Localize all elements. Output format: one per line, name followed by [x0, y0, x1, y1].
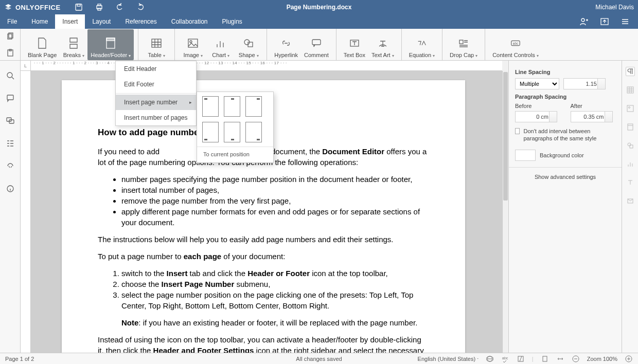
- spellcheck-icon[interactable]: abc: [501, 355, 509, 363]
- ruler-corner: L: [21, 61, 31, 71]
- vertical-ruler[interactable]: [21, 71, 31, 353]
- svg-rect-21: [511, 41, 520, 45]
- content-controls-button[interactable]: abc Content Controls▾: [489, 29, 542, 60]
- dd-separator: [116, 93, 196, 94]
- paste-icon[interactable]: [5, 47, 16, 59]
- no-interval-checkbox[interactable]: Don't add interval between paragraphs of…: [515, 128, 615, 142]
- save-icon[interactable]: [73, 2, 84, 13]
- tab-table[interactable]: [626, 85, 635, 95]
- navigation-icon[interactable]: [5, 138, 16, 149]
- menu-plugins[interactable]: Plugins: [215, 14, 250, 29]
- dd-edit-header[interactable]: Edit Header: [116, 61, 196, 77]
- hyperlink-button[interactable]: Hyperlink: [271, 29, 301, 60]
- svg-point-15: [190, 41, 192, 43]
- svg-rect-0: [76, 4, 82, 10]
- breaks-button[interactable]: Breaks▾: [60, 29, 87, 60]
- svg-point-35: [487, 356, 492, 361]
- background-color-swatch[interactable]: [515, 150, 536, 161]
- print-icon[interactable]: [94, 2, 105, 13]
- track-changes-icon[interactable]: [517, 355, 525, 363]
- dd-insert-page-number[interactable]: Insert page number▸: [116, 95, 196, 110]
- zoom-level[interactable]: Zoom 100%: [587, 356, 617, 362]
- tab-mail-merge[interactable]: [626, 196, 635, 206]
- fit-width-icon[interactable]: [556, 355, 564, 363]
- tab-header-footer[interactable]: [626, 122, 635, 132]
- preset-current-position[interactable]: To current position: [202, 150, 268, 159]
- equation-button[interactable]: Equation▾: [406, 29, 438, 60]
- tab-image[interactable]: [626, 104, 635, 113]
- menu-file[interactable]: File: [0, 14, 24, 29]
- comment-icon: [311, 38, 322, 49]
- svg-point-40: [626, 356, 632, 362]
- tab-paragraph[interactable]: [626, 67, 635, 76]
- doc-numbered-list: switch to the Insert tab and click the H…: [121, 268, 429, 311]
- menu-collaboration[interactable]: Collaboration: [164, 14, 215, 29]
- comments-panel-icon[interactable]: [5, 93, 16, 104]
- scrollbar-thumb[interactable]: [503, 72, 508, 201]
- redo-icon[interactable]: [135, 2, 146, 13]
- doc-note: Note: if you have an existing header or …: [121, 317, 429, 328]
- open-location-icon[interactable]: [599, 16, 610, 27]
- app-name: ONLYOFFICE: [15, 4, 61, 11]
- menu-layout[interactable]: Layout: [85, 14, 118, 29]
- drop-cap-icon: [458, 38, 469, 49]
- shape-button[interactable]: Shape▾: [235, 29, 262, 60]
- zoom-out-button[interactable]: [572, 355, 580, 363]
- preset-bottom-right[interactable]: [245, 122, 262, 142]
- right-tab-strip: [622, 61, 638, 353]
- dd-edit-footer[interactable]: Edit Footer: [116, 77, 196, 92]
- document-language[interactable]: English (United States) ˆ: [418, 356, 478, 362]
- preset-top-center[interactable]: [224, 96, 240, 117]
- search-icon[interactable]: [5, 70, 16, 81]
- svg-rect-20: [459, 40, 463, 44]
- header-footer-icon: [105, 38, 116, 49]
- menu-home[interactable]: Home: [24, 14, 55, 29]
- comment-button[interactable]: Comment: [301, 29, 332, 60]
- fit-page-icon[interactable]: [541, 355, 549, 363]
- line-spacing-mode-select[interactable]: Multiple: [515, 78, 559, 89]
- user-name[interactable]: Michael Davis: [595, 4, 634, 11]
- text-art-button[interactable]: Text Art▾: [368, 29, 397, 60]
- doc-para-4: Instead of using the icon on the top too…: [98, 334, 429, 353]
- main-area: L · · · 1 · · · 2 · · · · · · 1 · · · 2 …: [0, 61, 638, 353]
- preset-bottom-center[interactable]: [224, 122, 240, 142]
- set-language-icon[interactable]: [486, 355, 494, 363]
- preset-bottom-left[interactable]: [202, 122, 219, 142]
- preset-top-right[interactable]: [245, 96, 262, 117]
- content-controls-icon: abc: [510, 38, 521, 49]
- table-button[interactable]: Table▾: [143, 29, 170, 60]
- vertical-scrollbar[interactable]: [502, 71, 508, 353]
- table-icon: [151, 38, 162, 49]
- image-button[interactable]: Image▾: [179, 29, 207, 60]
- horizontal-ruler[interactable]: · · · 1 · · · 2 · · · · · · 1 · · · 2 · …: [31, 61, 502, 71]
- feedback-icon[interactable]: [5, 160, 16, 172]
- preset-top-left[interactable]: [202, 96, 219, 117]
- tab-text-art[interactable]: [626, 178, 635, 187]
- dd-insert-number-of-pages[interactable]: Insert number of pages: [116, 110, 196, 125]
- spacing-after-input[interactable]: 0.35 cm: [571, 111, 613, 122]
- blank-page-button[interactable]: Blank Page: [25, 29, 60, 60]
- chart-button[interactable]: Chart▾: [207, 29, 235, 60]
- chat-icon[interactable]: [5, 115, 16, 126]
- drop-cap-button[interactable]: Drop Cap▾: [447, 29, 481, 60]
- hamburger-icon[interactable]: [619, 16, 631, 27]
- add-user-icon[interactable]: [578, 16, 590, 27]
- zoom-in-button[interactable]: [625, 355, 633, 363]
- svg-rect-10: [9, 49, 11, 51]
- menu-insert[interactable]: Insert: [55, 14, 85, 29]
- info-icon[interactable]: [5, 183, 16, 194]
- show-advanced-settings-link[interactable]: Show advanced settings: [515, 174, 615, 180]
- chevron-right-icon: ▸: [189, 100, 192, 105]
- submenu-separator: [197, 147, 273, 147]
- header-footer-button[interactable]: Header/Footer▾: [87, 29, 134, 60]
- line-spacing-value-input[interactable]: 1.15: [563, 78, 606, 89]
- tab-shape[interactable]: [626, 141, 635, 150]
- copy-icon[interactable]: [5, 31, 16, 42]
- text-box-button[interactable]: Text Box: [341, 29, 368, 60]
- svg-rect-24: [7, 95, 13, 100]
- undo-icon[interactable]: [114, 2, 126, 13]
- menu-references[interactable]: References: [118, 14, 164, 29]
- spacing-before-input[interactable]: 0 cm: [515, 111, 557, 122]
- tab-chart[interactable]: [626, 159, 635, 169]
- page-counter[interactable]: Page 1 of 2: [5, 356, 34, 362]
